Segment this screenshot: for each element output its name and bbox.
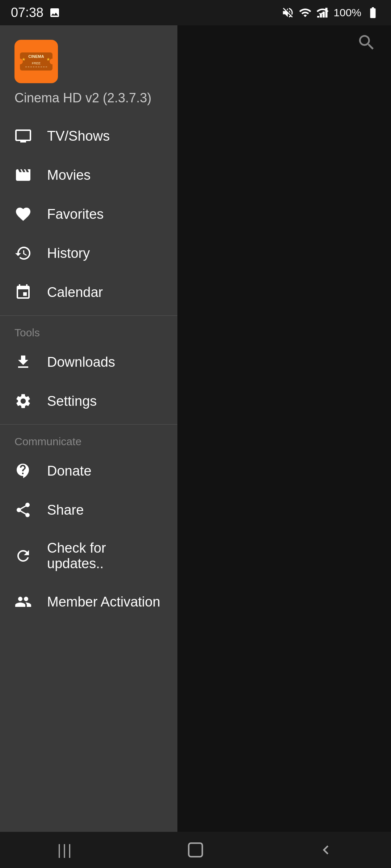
donate-icon (14, 462, 40, 480)
history-icon (14, 244, 40, 262)
download-icon (14, 353, 40, 371)
time-display: 07:38 (11, 5, 43, 20)
status-bar: 07:38 100% (0, 0, 391, 25)
sidebar-item-settings[interactable]: Settings (0, 382, 177, 421)
tv-icon (14, 127, 40, 145)
main-container: ★ ★ CINEMA FREE Cinema HD v2 (2.3.7.3) T… (0, 25, 391, 832)
nav-home-button[interactable] (174, 837, 217, 863)
sidebar-item-check-updates[interactable]: Check for updates.. (0, 529, 177, 582)
mute-icon (281, 6, 294, 19)
status-icons-right: 100% (281, 6, 380, 19)
sidebar-label-member-activation: Member Activation (47, 594, 160, 610)
nav-recent-apps-button[interactable]: ||| (43, 837, 87, 863)
sidebar-item-member-activation[interactable]: Member Activation (0, 582, 177, 621)
sidebar-label-donate: Donate (47, 463, 92, 479)
drawer: ★ ★ CINEMA FREE Cinema HD v2 (2.3.7.3) T… (0, 25, 177, 832)
svg-text:FREE: FREE (32, 61, 41, 65)
settings-icon (14, 392, 40, 410)
svg-text:★: ★ (46, 57, 50, 62)
sidebar-item-downloads[interactable]: Downloads (0, 342, 177, 382)
svg-text:CINEMA: CINEMA (28, 54, 44, 59)
favorites-icon (14, 205, 40, 223)
content-area (177, 25, 391, 832)
app-logo: ★ ★ CINEMA FREE (14, 40, 58, 83)
tools-divider (0, 315, 177, 316)
movies-icon (14, 166, 40, 184)
calendar-icon (14, 284, 40, 301)
communicate-section-title: Communicate (0, 428, 177, 451)
sidebar-item-share[interactable]: Share (0, 490, 177, 529)
signal-icon (316, 6, 329, 19)
share-icon (14, 501, 40, 519)
image-icon (49, 7, 60, 18)
app-header: ★ ★ CINEMA FREE Cinema HD v2 (2.3.7.3) (0, 25, 177, 116)
app-name: Cinema HD v2 (2.3.7.3) (14, 90, 163, 106)
search-button[interactable] (357, 33, 377, 57)
group-icon (14, 593, 40, 610)
sidebar-label-share: Share (47, 502, 84, 518)
cinema-logo-svg: ★ ★ CINEMA FREE (18, 47, 54, 76)
wifi-icon (299, 6, 312, 19)
sidebar-label-settings: Settings (47, 393, 97, 409)
sidebar-item-donate[interactable]: Donate (0, 451, 177, 490)
sidebar-item-tv-shows[interactable]: TV/Shows (0, 116, 177, 156)
back-chevron-icon (317, 841, 335, 859)
battery-icon (366, 6, 380, 19)
sidebar-item-movies[interactable]: Movies (0, 156, 177, 195)
bottom-nav: ||| (0, 832, 391, 868)
tools-section-title: Tools (0, 319, 177, 342)
sidebar-label-check-updates: Check for updates.. (47, 540, 163, 571)
communicate-divider (0, 424, 177, 425)
home-square-icon (186, 841, 205, 859)
svg-text:★: ★ (22, 57, 26, 62)
svg-rect-8 (189, 843, 202, 857)
sidebar-item-calendar[interactable]: Calendar (0, 273, 177, 312)
sidebar-label-history: History (47, 246, 90, 261)
sidebar-label-movies: Movies (47, 167, 91, 183)
sidebar-label-tv-shows: TV/Shows (47, 128, 110, 144)
status-time: 07:38 (11, 5, 60, 20)
sidebar-item-favorites[interactable]: Favorites (0, 195, 177, 234)
refresh-icon (14, 547, 40, 565)
sidebar-label-favorites: Favorites (47, 207, 104, 222)
sidebar-label-downloads: Downloads (47, 354, 115, 370)
nav-back-button[interactable] (304, 837, 348, 863)
sidebar-label-calendar: Calendar (47, 285, 103, 300)
sidebar-item-history[interactable]: History (0, 234, 177, 273)
battery-percent: 100% (333, 7, 361, 19)
